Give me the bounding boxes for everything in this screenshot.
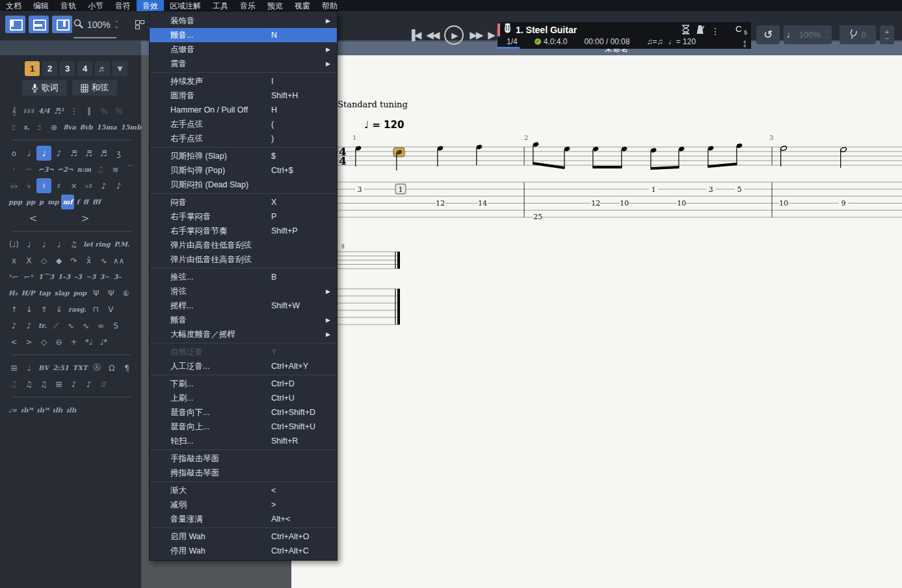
symbol-button[interactable]: > [59,211,111,226]
score-notation[interactable]: Standard tuning♩ = 120441234311214251210… [291,55,902,588]
menu-item[interactable]: 上刷...Ctrl+U [150,391,337,405]
symbol-button[interactable]: 1–3 [56,269,72,284]
swing-indicator[interactable]: ♫=♫ [646,37,663,46]
symbol-button[interactable]: ◆ [51,253,66,268]
symbol-button[interactable]: % [97,103,112,118]
tab-fret-number[interactable]: 5 [737,185,742,194]
symbol-button[interactable]: rasg. [66,302,88,317]
symbol-button[interactable]: ʒ [111,146,126,161]
countdown-icon[interactable] [682,25,690,37]
loop-button[interactable]: ↺ [756,25,780,44]
tab-fret-number[interactable]: 1 [652,185,656,194]
symbol-button[interactable]: ⇓ [51,302,66,317]
transpose-control[interactable]: 0 [840,25,876,44]
menu-item[interactable]: 摇桿...Shift+W [150,299,337,313]
symbol-button[interactable]: 𝄞 [7,103,21,118]
symbol-button[interactable]: :𝄀 [31,120,46,135]
menu-10[interactable]: 预览 [261,0,289,11]
menu-item[interactable]: 贝斯闷拍 (Dead Slap) [150,178,337,192]
symbol-button[interactable]: BV [36,360,51,375]
symbol-button[interactable]: ♩ [21,360,36,375]
symbol-button[interactable]: ⇑ [36,302,51,317]
voice-button-4[interactable]: 4 [77,61,92,76]
symbol-button[interactable]: ♪ [81,377,96,392]
tab-fret-number[interactable]: 12 [591,199,600,207]
menu-item[interactable]: 拇指敲击琴面 [150,466,337,480]
symbol-button[interactable]: < [7,211,59,226]
menu-11[interactable]: 视窗 [289,0,316,11]
view-panel-bottom-button[interactable] [29,16,49,33]
zoom-value[interactable]: 100% [87,20,111,30]
menu-5[interactable]: 音符 [109,0,137,11]
menu-item[interactable]: 人工泛音...Ctrl+Alt+Y [150,359,337,373]
note[interactable] [780,146,788,152]
rewind-button[interactable]: ◀◀ [426,29,438,41]
symbol-button[interactable]: ∿ [96,253,111,268]
symbol-button[interactable]: 2:51 [51,360,71,375]
symbol-button[interactable]: 15mb [118,120,143,135]
go-to-start-button[interactable]: ▐◀ [408,29,420,41]
menu-3[interactable]: 音轨 [55,0,82,11]
menu-item[interactable]: 点缀音▶ [150,42,337,57]
symbol-button[interactable]: ∧∧ [111,253,126,268]
symbol-button[interactable]: ⊞ [7,360,21,375]
menu-item[interactable]: 弹片由低音往高音刮弦 [150,252,337,267]
symbol-button[interactable]: *♩ [81,334,96,349]
zoom-slider[interactable] [73,37,116,38]
symbol-button[interactable]: fff [90,194,103,209]
menu-item[interactable]: 渐大< [150,483,337,498]
symbol-button[interactable]: ⑥ [118,286,133,301]
symbol-button[interactable]: ılıᴹ [19,403,34,418]
symbol-button[interactable]: ↑ [7,302,21,317]
symbol-button[interactable]: ⊓ [88,302,103,317]
symbol-button[interactable]: pop [71,286,88,301]
voice-button-1[interactable]: 1 [25,61,40,76]
symbol-button[interactable]: ◇ [36,253,51,268]
menu-item[interactable]: 琶音向下...Ctrl+Shift+D [150,405,337,420]
symbol-button[interactable]: > [21,334,36,349]
symbol-button[interactable]: ♫ [7,377,21,392]
symbol-button[interactable]: ♭♯ [81,178,96,193]
symbol-button[interactable]: ⟋ [48,318,63,333]
tab-fret-number[interactable]: 1 [399,185,403,194]
menu-item[interactable]: 右手掌闷音P [150,209,337,224]
play-button[interactable]: ▶ [444,25,464,45]
menu-item[interactable]: 震音▶ [150,57,337,71]
symbol-button[interactable]: ∼3 [84,269,98,284]
symbol-button[interactable]: let ring [81,237,113,252]
tab-fret-number[interactable]: 10 [677,199,686,207]
symbol-button[interactable]: n:m [75,162,93,177]
symbol-button[interactable]: ⊞ [51,377,66,392]
more-options-icon[interactable]: ⋮ [711,26,720,36]
symbol-button[interactable]: ⇵ [96,377,111,392]
symbol-button[interactable]: ff [81,194,90,209]
symbol-button[interactable]: ˣ⌐ [7,269,21,284]
playback-speed-control[interactable]: ♩ 100% ⌃⌄ [784,25,832,44]
symbol-button[interactable]: ♩ [36,237,51,252]
symbol-button[interactable]: p [37,194,46,209]
symbol-button[interactable]: 8va [61,120,77,135]
menu-item[interactable]: 圆滑音Shift+H [150,88,337,103]
menu-item[interactable]: 自然泛音Y [150,345,337,359]
menu-item[interactable]: 颤音...N [150,28,337,42]
view-panel-right-button[interactable] [52,16,72,33]
voice-tool-icon-5[interactable]: ▼ [113,61,127,76]
symbol-button[interactable]: ♬ [81,146,96,161]
fast-forward-button[interactable]: ▶▶ [470,29,482,41]
symbol-button[interactable]: ♬³ [52,103,67,118]
symbol-button[interactable]: ♪ [51,146,66,161]
symbol-button[interactable]: ıllı [51,403,64,418]
symbol-button[interactable]: ♩ [36,146,51,161]
symbol-button[interactable]: ⊖ [51,334,66,349]
symbol-button[interactable]: tr. [36,318,48,333]
menu-item[interactable]: 闷音X [150,195,337,209]
symbol-button[interactable]: ♯♯♯ [21,103,36,118]
symbol-button[interactable]: ♯ [51,178,66,193]
symbol-button[interactable]: 3– [112,269,124,284]
tab-fret-number[interactable]: 12 [436,199,445,207]
symbol-button[interactable]: ♩ [21,146,36,161]
symbol-button[interactable]: ♩= [7,403,19,418]
symbol-button[interactable]: ↓ [21,302,36,317]
tab-fret-number[interactable]: 9 [842,199,846,207]
symbol-button[interactable]: ⌒ [123,162,138,177]
